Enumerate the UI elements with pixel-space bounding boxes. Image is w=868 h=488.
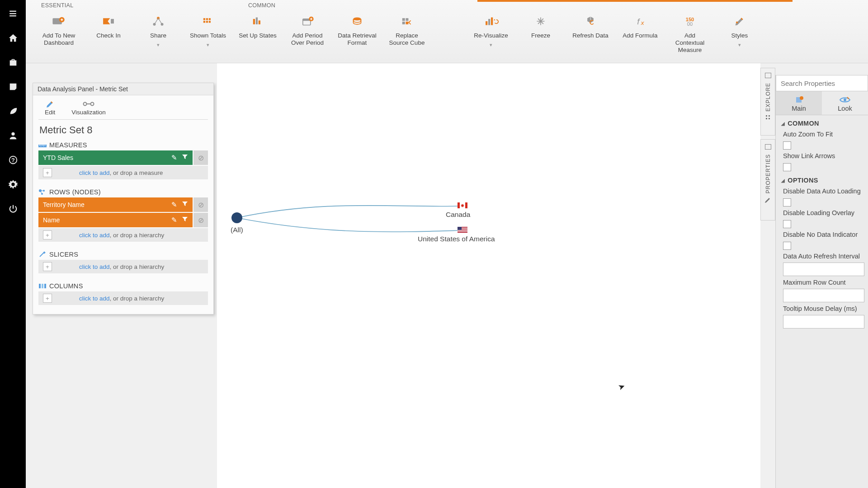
chevron-down-icon[interactable]: ▾	[490, 42, 492, 48]
rb-add-formula[interactable]: fx Add Formula	[615, 10, 665, 54]
node-label-canada[interactable]: Canada	[446, 211, 470, 219]
filter-icon[interactable]	[182, 201, 188, 209]
visualization-canvas[interactable]: (All) Canada United States of America	[217, 63, 760, 488]
chevron-down-icon[interactable]: ▾	[207, 42, 209, 48]
filter-icon[interactable]	[182, 154, 188, 162]
leaf-icon[interactable]	[5, 103, 21, 119]
rb-refresh[interactable]: Refresh Data	[566, 10, 615, 54]
pencil-icon[interactable]: ✎	[171, 216, 177, 224]
gear-icon[interactable]	[5, 176, 21, 192]
props-tab-look[interactable]: Look	[822, 91, 868, 115]
filter-icon[interactable]	[182, 216, 188, 224]
prop-disable-overlay-label: Disable Loading Overlay	[783, 209, 861, 216]
menu-icon[interactable]: ≡	[5, 5, 21, 22]
slicers-dropzone[interactable]: + click to add, or drop a hierarchy	[38, 260, 208, 273]
note-icon[interactable]	[5, 79, 21, 95]
rb-data-retrieval[interactable]: Data Retrieval Format	[332, 10, 382, 48]
rb-add-contextual[interactable]: 15000 Add Contextual Measure	[665, 10, 715, 54]
rb-replace-cube[interactable]: Replace Source Cube	[382, 10, 432, 48]
measures-dropzone[interactable]: + click to add, or drop a measure	[38, 166, 208, 179]
side-tab-explore[interactable]: EXPLORE	[760, 68, 775, 136]
data-analysis-panel: Data Analysis Panel - Metric Set Edit Vi…	[33, 83, 214, 314]
svg-point-7	[161, 23, 164, 26]
svg-rect-50	[458, 202, 460, 208]
plus-icon: +	[43, 294, 52, 303]
ribbon-group-common: COMMON	[248, 2, 275, 9]
search-properties-input[interactable]	[776, 75, 868, 91]
prop-tooltip-delay-input[interactable]	[783, 315, 864, 328]
row-item-name[interactable]: Name ✎	[38, 213, 193, 227]
svg-rect-51	[465, 202, 467, 208]
svg-rect-37	[39, 145, 40, 146]
prop-disable-autoload-checkbox[interactable]	[783, 198, 791, 206]
rb-check-in[interactable]: Check In	[84, 10, 133, 48]
svg-point-6	[153, 23, 156, 26]
panel-visualization-button[interactable]: Visualization	[71, 99, 106, 119]
svg-rect-57	[458, 227, 462, 230]
remove-measure-button[interactable]: ⊘	[193, 150, 208, 165]
pencil-icon[interactable]: ✎	[171, 154, 177, 162]
power-icon[interactable]	[5, 201, 21, 217]
section-measures: MEASURES YTD Sales ✎ ⊘ + click to add, o…	[33, 138, 213, 185]
svg-rect-58	[766, 115, 767, 117]
svg-rect-55	[458, 230, 467, 230]
remove-row-button[interactable]: ⊘	[193, 197, 208, 212]
section-columns: COLUMNS + click to add, or drop a hierar…	[33, 279, 213, 314]
remove-row-button[interactable]: ⊘	[193, 213, 208, 227]
rb-setup-states[interactable]: Set Up States	[233, 10, 283, 48]
left-nav-rail: ≡ ?	[0, 0, 26, 488]
rb-styles[interactable]: Styles ▾	[715, 10, 764, 54]
prop-auto-refresh-input[interactable]	[783, 263, 864, 276]
measure-item-ytd-sales[interactable]: YTD Sales ✎	[38, 150, 193, 165]
svg-rect-41	[45, 145, 45, 146]
rb-shown-totals[interactable]: Shown Totals ▾	[183, 10, 233, 48]
node-label-usa[interactable]: United States of America	[418, 235, 495, 243]
props-group-common[interactable]: COMMON	[776, 115, 868, 129]
svg-rect-47	[42, 284, 43, 288]
svg-rect-16	[259, 20, 260, 24]
node-root[interactable]	[231, 212, 242, 223]
svg-point-33	[736, 21, 738, 23]
rb-freeze[interactable]: Freeze	[516, 10, 566, 54]
help-icon[interactable]: ?	[5, 152, 21, 168]
prop-max-rows-input[interactable]	[783, 289, 864, 302]
properties-panel: Main Look COMMON Auto Zoom To Fit Show L…	[775, 75, 868, 488]
node-label-all: (All)	[231, 226, 243, 234]
pencil-icon	[764, 196, 772, 203]
prop-disable-nodata-label: Disable No Data Indicator	[783, 231, 861, 238]
rb-add-period[interactable]: Add Period Over Period	[283, 10, 332, 48]
svg-rect-48	[44, 284, 46, 288]
chevron-down-icon[interactable]: ▾	[157, 42, 160, 48]
svg-rect-27	[488, 19, 490, 25]
svg-rect-28	[491, 18, 493, 25]
plus-icon: +	[43, 230, 52, 239]
svg-rect-46	[39, 284, 41, 288]
chevron-down-icon[interactable]: ▾	[738, 42, 741, 48]
rows-dropzone[interactable]: + click to add, or drop a hierarchy	[38, 228, 208, 242]
svg-point-35	[91, 103, 94, 106]
rb-share[interactable]: Share ▾	[133, 10, 183, 48]
svg-rect-8	[203, 18, 205, 20]
briefcase-icon[interactable]	[5, 54, 21, 70]
props-group-options[interactable]: OPTIONS	[776, 172, 868, 186]
columns-dropzone[interactable]: + click to add, or drop a hierarchy	[38, 291, 208, 305]
plus-icon: +	[43, 262, 52, 271]
pencil-icon[interactable]: ✎	[171, 201, 177, 209]
rb-add-dashboard[interactable]: Add To New Dashboard	[34, 10, 84, 48]
ribbon-group-essential: ESSENTIAL	[41, 2, 73, 9]
panel-edit-button[interactable]: Edit	[45, 99, 55, 119]
section-rows: ROWS (NODES) Territory Name ✎ ⊘ Name ✎ ⊘	[33, 185, 213, 247]
home-icon[interactable]	[5, 30, 21, 46]
props-tab-main[interactable]: Main	[776, 91, 822, 115]
svg-point-63	[844, 99, 846, 101]
side-tab-properties[interactable]: PROPERTIES	[760, 139, 775, 221]
svg-rect-14	[253, 19, 255, 24]
prop-disable-nodata-checkbox[interactable]	[783, 242, 791, 250]
rb-revisualize[interactable]: Re-Visualize ▾	[466, 10, 516, 54]
prop-auto-zoom-checkbox[interactable]	[783, 141, 791, 150]
prop-link-arrows-checkbox[interactable]	[783, 163, 791, 171]
prop-disable-overlay-checkbox[interactable]	[783, 220, 791, 228]
svg-rect-60	[766, 118, 767, 119]
user-icon[interactable]	[5, 127, 21, 144]
row-item-territory[interactable]: Territory Name ✎	[38, 197, 193, 212]
